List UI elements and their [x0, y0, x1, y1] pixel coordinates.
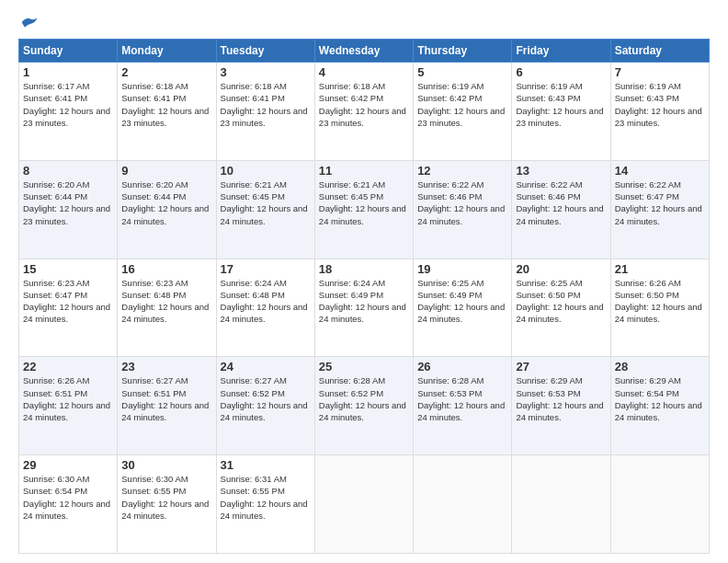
day-info: Sunrise: 6:19 AMSunset: 6:43 PMDaylight:… — [516, 80, 606, 129]
day-info: Sunrise: 6:28 AMSunset: 6:53 PMDaylight:… — [417, 374, 507, 423]
calendar-cell: 11Sunrise: 6:21 AMSunset: 6:45 PMDayligh… — [314, 160, 413, 259]
day-number: 30 — [121, 458, 211, 472]
day-info: Sunrise: 6:29 AMSunset: 6:54 PMDaylight:… — [615, 374, 705, 423]
day-info: Sunrise: 6:26 AMSunset: 6:50 PMDaylight:… — [615, 277, 705, 326]
calendar-cell — [314, 455, 413, 554]
calendar-cell: 19Sunrise: 6:25 AMSunset: 6:49 PMDayligh… — [414, 259, 512, 357]
calendar-header-sunday: Sunday — [19, 40, 118, 63]
day-info: Sunrise: 6:20 AMSunset: 6:44 PMDaylight:… — [121, 178, 211, 227]
day-number: 5 — [417, 65, 507, 79]
calendar-cell: 2Sunrise: 6:18 AMSunset: 6:41 PMDaylight… — [118, 63, 216, 161]
day-number: 7 — [615, 65, 705, 79]
day-info: Sunrise: 6:25 AMSunset: 6:50 PMDaylight:… — [516, 277, 606, 326]
day-number: 1 — [23, 65, 113, 79]
calendar-cell: 29Sunrise: 6:30 AMSunset: 6:54 PMDayligh… — [19, 455, 118, 554]
calendar-cell: 14Sunrise: 6:22 AMSunset: 6:47 PMDayligh… — [610, 160, 709, 259]
day-info: Sunrise: 6:22 AMSunset: 6:46 PMDaylight:… — [417, 178, 507, 227]
calendar-cell: 26Sunrise: 6:28 AMSunset: 6:53 PMDayligh… — [414, 357, 512, 455]
day-number: 23 — [121, 360, 211, 373]
day-number: 25 — [319, 360, 409, 373]
calendar-cell: 31Sunrise: 6:31 AMSunset: 6:55 PMDayligh… — [216, 455, 314, 554]
page: SundayMondayTuesdayWednesdayThursdayFrid… — [0, 0, 728, 563]
day-number: 8 — [23, 164, 113, 178]
calendar-cell: 17Sunrise: 6:24 AMSunset: 6:48 PMDayligh… — [216, 259, 314, 357]
calendar-cell: 4Sunrise: 6:18 AMSunset: 6:42 PMDaylight… — [314, 63, 413, 161]
day-number: 11 — [319, 164, 409, 178]
day-number: 16 — [121, 262, 211, 276]
calendar-cell: 24Sunrise: 6:27 AMSunset: 6:52 PMDayligh… — [216, 357, 314, 455]
day-info: Sunrise: 6:18 AMSunset: 6:41 PMDaylight:… — [121, 80, 211, 129]
day-number: 20 — [516, 262, 606, 276]
calendar-cell: 7Sunrise: 6:19 AMSunset: 6:43 PMDaylight… — [610, 63, 709, 161]
logo-bird-icon — [20, 15, 39, 29]
day-number: 24 — [221, 360, 311, 373]
day-number: 18 — [319, 262, 409, 276]
calendar-cell — [414, 455, 512, 554]
calendar-week-4: 22Sunrise: 6:26 AMSunset: 6:51 PMDayligh… — [19, 357, 710, 455]
day-number: 14 — [615, 164, 705, 178]
calendar-cell: 6Sunrise: 6:19 AMSunset: 6:43 PMDaylight… — [512, 63, 610, 161]
calendar-cell: 21Sunrise: 6:26 AMSunset: 6:50 PMDayligh… — [610, 259, 709, 357]
day-number: 21 — [615, 262, 705, 276]
calendar-cell: 30Sunrise: 6:30 AMSunset: 6:55 PMDayligh… — [118, 455, 216, 554]
calendar-cell: 13Sunrise: 6:22 AMSunset: 6:46 PMDayligh… — [512, 160, 610, 259]
day-info: Sunrise: 6:24 AMSunset: 6:49 PMDaylight:… — [319, 277, 409, 326]
day-number: 17 — [221, 262, 311, 276]
day-info: Sunrise: 6:19 AMSunset: 6:43 PMDaylight:… — [615, 80, 705, 129]
calendar-week-2: 8Sunrise: 6:20 AMSunset: 6:44 PMDaylight… — [19, 160, 710, 259]
calendar-cell: 16Sunrise: 6:23 AMSunset: 6:48 PMDayligh… — [118, 259, 216, 357]
calendar-header-friday: Friday — [512, 40, 610, 63]
day-info: Sunrise: 6:17 AMSunset: 6:41 PMDaylight:… — [23, 80, 113, 129]
day-info: Sunrise: 6:18 AMSunset: 6:41 PMDaylight:… — [221, 80, 311, 129]
calendar-cell: 10Sunrise: 6:21 AMSunset: 6:45 PMDayligh… — [216, 160, 314, 259]
day-info: Sunrise: 6:23 AMSunset: 6:48 PMDaylight:… — [121, 277, 211, 326]
day-info: Sunrise: 6:19 AMSunset: 6:42 PMDaylight:… — [417, 80, 507, 129]
day-number: 4 — [319, 65, 409, 79]
calendar-table: SundayMondayTuesdayWednesdayThursdayFrid… — [18, 39, 710, 554]
day-number: 26 — [417, 360, 507, 373]
day-number: 10 — [221, 164, 311, 178]
calendar-week-1: 1Sunrise: 6:17 AMSunset: 6:41 PMDaylight… — [19, 63, 710, 161]
calendar-cell: 27Sunrise: 6:29 AMSunset: 6:53 PMDayligh… — [512, 357, 610, 455]
calendar-cell: 1Sunrise: 6:17 AMSunset: 6:41 PMDaylight… — [19, 63, 118, 161]
calendar-cell: 28Sunrise: 6:29 AMSunset: 6:54 PMDayligh… — [610, 357, 709, 455]
calendar-header-monday: Monday — [118, 40, 216, 63]
day-info: Sunrise: 6:26 AMSunset: 6:51 PMDaylight:… — [23, 374, 113, 423]
day-number: 27 — [516, 360, 606, 373]
calendar-cell: 8Sunrise: 6:20 AMSunset: 6:44 PMDaylight… — [19, 160, 118, 259]
day-info: Sunrise: 6:30 AMSunset: 6:54 PMDaylight:… — [23, 473, 113, 522]
calendar-cell: 3Sunrise: 6:18 AMSunset: 6:41 PMDaylight… — [216, 63, 314, 161]
day-info: Sunrise: 6:20 AMSunset: 6:44 PMDaylight:… — [23, 178, 113, 227]
day-number: 15 — [23, 262, 113, 276]
day-info: Sunrise: 6:27 AMSunset: 6:52 PMDaylight:… — [221, 374, 311, 423]
day-info: Sunrise: 6:25 AMSunset: 6:49 PMDaylight:… — [417, 277, 507, 326]
calendar-cell: 18Sunrise: 6:24 AMSunset: 6:49 PMDayligh… — [314, 259, 413, 357]
day-number: 2 — [121, 65, 211, 79]
calendar-cell — [610, 455, 709, 554]
calendar-cell: 15Sunrise: 6:23 AMSunset: 6:47 PMDayligh… — [19, 259, 118, 357]
calendar-cell: 22Sunrise: 6:26 AMSunset: 6:51 PMDayligh… — [19, 357, 118, 455]
calendar-header-saturday: Saturday — [610, 40, 709, 63]
calendar-cell: 12Sunrise: 6:22 AMSunset: 6:46 PMDayligh… — [414, 160, 512, 259]
header — [18, 15, 710, 29]
calendar-header-wednesday: Wednesday — [314, 40, 413, 63]
calendar-header-thursday: Thursday — [414, 40, 512, 63]
calendar-cell: 5Sunrise: 6:19 AMSunset: 6:42 PMDaylight… — [414, 63, 512, 161]
day-info: Sunrise: 6:18 AMSunset: 6:42 PMDaylight:… — [319, 80, 409, 129]
calendar-header-row: SundayMondayTuesdayWednesdayThursdayFrid… — [19, 40, 710, 63]
day-number: 3 — [221, 65, 311, 79]
calendar-cell — [512, 455, 610, 554]
day-number: 22 — [23, 360, 113, 373]
calendar-cell: 9Sunrise: 6:20 AMSunset: 6:44 PMDaylight… — [118, 160, 216, 259]
day-number: 28 — [615, 360, 705, 373]
calendar-cell: 25Sunrise: 6:28 AMSunset: 6:52 PMDayligh… — [314, 357, 413, 455]
logo — [18, 15, 39, 29]
day-number: 31 — [221, 458, 311, 472]
day-number: 6 — [516, 65, 606, 79]
day-number: 29 — [23, 458, 113, 472]
day-number: 19 — [417, 262, 507, 276]
day-info: Sunrise: 6:23 AMSunset: 6:47 PMDaylight:… — [23, 277, 113, 326]
calendar-header-tuesday: Tuesday — [216, 40, 314, 63]
day-info: Sunrise: 6:27 AMSunset: 6:51 PMDaylight:… — [121, 374, 211, 423]
day-info: Sunrise: 6:29 AMSunset: 6:53 PMDaylight:… — [516, 374, 606, 423]
